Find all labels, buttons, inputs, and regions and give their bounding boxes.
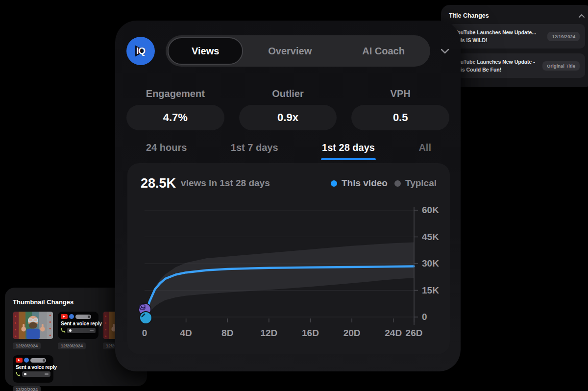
thumbnail-photo-image [13,312,53,339]
youtube-icon [16,358,23,363]
title-change-row[interactable]: YouTube Launches New Update... This IS W… [449,24,585,49]
voice-waveform-bar [22,371,50,377]
voice-reply-card[interactable]: Sent a voice reply [13,355,53,383]
x-axis-label: 16D [302,328,319,339]
title-change-marker[interactable] [139,311,152,324]
stat-engagement: Engagement 4.7% [126,88,224,130]
title-change-text: YouTube Launches New Update - This Could… [454,58,541,74]
green-arrow-icon [61,328,66,333]
date-badge: 12/20/2024 [13,386,41,391]
date-badge: 12/20/2024 [13,342,41,349]
y-axis-label: 0 [422,312,447,322]
title-change-row[interactable]: YouTube Launches New Update - This Could… [449,53,585,78]
legend-item-typical: Typical [394,178,437,189]
title-changes-panel: Title Changes YouTube Launches New Updat… [441,5,588,87]
x-axis-label: 12D [260,328,277,339]
views-count: 28.5K [141,176,176,191]
y-axis-label: 15K [422,285,447,296]
stats-row: Engagement 4.7% Outlier 0.9x VPH 0.5 [126,88,449,130]
duration-mark [90,330,94,331]
x-axis-label: 8D [221,328,233,339]
y-axis-label: 60K [422,205,447,216]
username-pill [75,315,91,319]
voice-reply-card[interactable]: Sent a voice reply [58,312,98,339]
image-icon [139,304,146,310]
stat-vph: VPH 0.5 [351,88,449,130]
x-axis-label: 20D [343,328,361,339]
x-axis-label: 0 [142,328,147,339]
tab-ai-coach[interactable]: AI Coach [337,46,430,57]
stat-value-pill: 0.5 [351,105,449,130]
logo-text: IQ [126,37,155,65]
voice-reply-text: Sent a voice reply [61,320,96,326]
stat-label: VPH [351,88,449,99]
title-changes-title: Title Changes [449,12,489,19]
voice-waveform-bar [67,328,96,333]
tab-overview[interactable]: Overview [243,46,337,57]
avatar-icon [69,314,74,319]
pencil-icon [140,312,147,318]
views-caption: views in 1st 28 days [181,178,270,189]
analytics-panel: IQ Views Overview AI Coach Engagement 4.… [115,21,461,371]
duration-mark [45,373,49,375]
range-tab-24-hours[interactable]: 24 hours [146,142,187,160]
stat-label: Engagement [126,88,224,99]
avatar-icon [24,358,29,363]
chevron-down-icon[interactable] [440,48,450,54]
x-axis-label: 4D [180,328,192,339]
range-tab-1st-7-days[interactable]: 1st 7 days [231,142,278,160]
thumbnail-photo[interactable] [13,312,53,339]
x-axis-label: 26D [406,328,423,339]
username-pill [30,358,46,363]
legend-label: Typical [405,178,437,189]
range-tab-all[interactable]: All [418,142,431,160]
views-chart-svg [145,208,443,331]
range-tab-1st-28-days[interactable]: 1st 28 days [322,142,375,160]
range-tabs: 24 hours 1st 7 days 1st 28 days All [115,142,461,160]
stat-value-pill: 4.7% [126,105,224,130]
stat-outlier: Outlier 0.9x [239,88,337,130]
stat-label: Outlier [239,88,337,99]
y-axis-label: 30K [422,258,447,269]
chevron-up-icon[interactable] [578,14,585,18]
stat-value-pill: 0.9x [239,105,337,130]
title-change-text: YouTube Launches New Update... This IS W… [454,28,541,45]
original-title-badge: Original Title [542,61,580,71]
youtube-icon [61,314,68,319]
legend-label: This video [342,178,388,189]
voice-reply-text: Sent a voice reply [16,364,50,370]
play-dot-icon [24,373,26,375]
chart-legend: This video Typical [331,178,437,189]
legend-item-this-video: This video [331,178,388,189]
metric-tabs: Views Overview AI Coach [166,35,430,67]
page-background: Thumbnail Changes [0,0,588,391]
blue-dot-icon [331,180,337,187]
x-axis-label: 24D [385,328,402,339]
gray-dot-icon [394,180,401,187]
vidiq-logo[interactable]: IQ [126,37,155,65]
play-dot-icon [69,329,72,332]
y-axis-label: 45K [422,232,447,243]
plot-area: 60K45K30K15K004D8D12D16D20D24D26D [145,208,443,350]
chart-card: 28.5K views in 1st 28 days This video Ty… [127,163,450,354]
title-change-date-badge: 12/19/2024 [547,32,580,41]
green-arrow-icon [16,371,21,377]
date-badge: 12/20/2024 [58,342,86,349]
tab-views[interactable]: Views [168,37,243,65]
